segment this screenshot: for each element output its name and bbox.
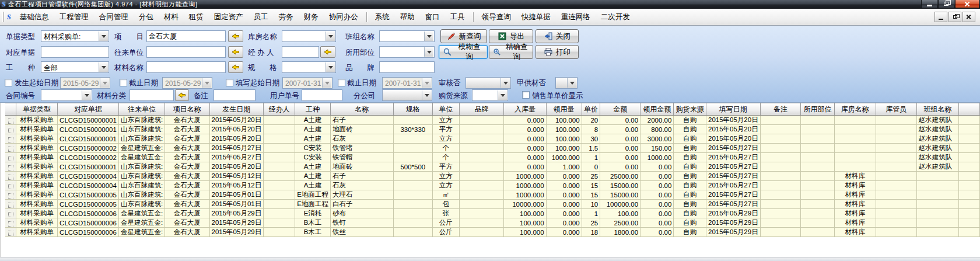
export-button[interactable]: 导出	[489, 29, 533, 43]
table-cell[interactable]: CLCGD150000005	[58, 200, 119, 209]
table-cell[interactable]: 25	[582, 172, 600, 181]
project-picker-button[interactable]	[228, 30, 243, 42]
table-cell[interactable]: 自购	[674, 200, 706, 209]
table-cell[interactable]: 18	[582, 228, 600, 237]
table-cell[interactable]: CLCGD150000004	[58, 181, 119, 190]
table-cell[interactable]: 材料采购单	[16, 162, 58, 172]
doc-type-select[interactable]: 材料采购单:	[41, 30, 109, 42]
table-cell[interactable]: 0.000	[546, 218, 582, 228]
table-cell[interactable]: 自购	[674, 125, 706, 134]
table-cell[interactable]: 2015年05月01日	[209, 190, 264, 200]
table-cell[interactable]: 0.00	[600, 116, 640, 125]
table-cell[interactable]	[916, 218, 959, 228]
table-cell[interactable]	[459, 190, 504, 200]
table-cell[interactable]: E消耗	[295, 209, 331, 218]
table-cell[interactable]: 公斤	[433, 218, 460, 228]
table-row[interactable]: 材料采购单CLCGD150000006金星建筑五金:金石大厦2015年05月29…	[5, 228, 980, 237]
chevron-down-icon[interactable]	[202, 78, 211, 88]
table-cell[interactable]: 0.00	[640, 172, 674, 181]
column-header[interactable]: 单据类型	[16, 103, 58, 116]
occur-end-date[interactable]: 2015-05-29	[162, 77, 212, 89]
table-cell[interactable]: 0.000	[546, 209, 582, 218]
table-cell[interactable]: 赵水建筑队	[916, 116, 959, 125]
table-cell[interactable]	[264, 162, 295, 172]
close-form-button[interactable]: 关闭	[536, 29, 579, 43]
table-row[interactable]: 材料采购单CLCGD150000005山东百脉建筑:金石大厦2015年05月01…	[5, 200, 980, 209]
table-cell[interactable]: 材料库	[834, 228, 876, 237]
table-cell[interactable]	[760, 218, 801, 228]
remark-input[interactable]	[214, 89, 256, 101]
table-cell[interactable]: 材料采购单	[16, 218, 58, 228]
table-cell[interactable]	[459, 172, 504, 181]
table-cell[interactable]: 材料采购单	[16, 116, 58, 125]
table-cell[interactable]: 2015年05月29日	[706, 228, 761, 237]
table-cell[interactable]: 0.00	[640, 190, 674, 200]
table-cell[interactable]: 0.00	[640, 181, 674, 190]
table-cell[interactable]	[959, 162, 980, 172]
table-cell[interactable]: 立方	[433, 172, 460, 181]
handler-picker-button[interactable]	[320, 46, 335, 58]
table-cell[interactable]: 2015年05月20日	[209, 116, 264, 125]
table-cell[interactable]: 赵水建筑队	[916, 144, 959, 153]
table-cell[interactable]: 金星建筑五金:	[118, 218, 164, 228]
table-cell[interactable]: 2000.00	[640, 116, 674, 125]
table-row[interactable]: 材料采购单CLCGD150000001山东百脉建筑:金石大厦2015年05月20…	[5, 116, 980, 125]
table-cell[interactable]: 大理石	[330, 190, 393, 200]
table-cell[interactable]: 自购	[674, 153, 706, 162]
table-cell[interactable]	[459, 153, 504, 162]
menu-item[interactable]: 重连网络	[556, 10, 596, 25]
table-cell[interactable]: 石灰	[330, 134, 393, 144]
column-header[interactable]: 金额	[600, 103, 640, 116]
table-cell[interactable]: 山东百脉建筑:	[118, 125, 164, 134]
table-cell[interactable]	[834, 134, 876, 144]
table-cell[interactable]: 材料库	[834, 200, 876, 209]
table-cell[interactable]: 砂布	[330, 209, 393, 218]
table-cell[interactable]: 金石大厦	[165, 134, 209, 144]
table-cell[interactable]	[959, 181, 980, 190]
table-cell[interactable]	[760, 172, 801, 181]
table-cell[interactable]: 0.00	[600, 144, 640, 153]
table-cell[interactable]: 公斤	[433, 228, 460, 237]
handler-input[interactable]	[282, 46, 319, 58]
table-cell[interactable]: 地面砖	[330, 162, 393, 172]
table-cell[interactable]: E地面工程	[295, 190, 331, 200]
menu-item[interactable]: 财务	[299, 10, 324, 25]
table-cell[interactable]	[459, 200, 504, 209]
table-cell[interactable]: 铁钉	[330, 218, 393, 228]
close-button[interactable]	[955, 0, 979, 8]
table-cell[interactable]: A土建	[295, 125, 331, 134]
table-row[interactable]: 材料采购单CLCGD150000004山东百脉建筑:金石大厦2015年05月12…	[5, 181, 980, 190]
table-cell[interactable]: 自购	[674, 116, 706, 125]
table-cell[interactable]: 铁管帽	[330, 153, 393, 162]
table-cell[interactable]: 2015年05月27日	[209, 153, 264, 162]
table-cell[interactable]	[459, 144, 504, 153]
table-cell[interactable]: 150.00	[640, 144, 674, 153]
table-cell[interactable]: 3000.00	[640, 134, 674, 144]
table-cell[interactable]: CLCGD150000006	[58, 209, 119, 218]
table-cell[interactable]: 山东百脉建筑:	[118, 162, 164, 172]
table-cell[interactable]	[959, 116, 980, 125]
table-cell[interactable]	[760, 125, 801, 134]
table-cell[interactable]	[393, 228, 432, 237]
menu-item[interactable]: 租赁	[184, 10, 209, 25]
table-cell[interactable]: 1	[582, 209, 600, 218]
table-cell[interactable]: 金星建筑五金:	[118, 209, 164, 218]
table-cell[interactable]	[760, 116, 801, 125]
table-cell[interactable]	[459, 125, 504, 134]
table-cell[interactable]	[760, 228, 801, 237]
chevron-down-icon[interactable]	[100, 78, 109, 88]
table-cell[interactable]: 0.00	[600, 125, 640, 134]
row-selector[interactable]	[5, 200, 16, 209]
table-cell[interactable]: 0.00	[600, 134, 640, 144]
table-cell[interactable]: C安装	[295, 144, 331, 153]
table-cell[interactable]: CLCGD150000006	[58, 218, 119, 228]
exact-query-button[interactable]: 精确查询	[489, 45, 533, 59]
table-cell[interactable]: 100.000	[504, 209, 546, 218]
table-cell[interactable]	[264, 181, 295, 190]
restore-button[interactable]	[938, 0, 954, 8]
table-cell[interactable]: 1800.00	[600, 228, 640, 237]
table-cell[interactable]: 金石大厦	[165, 116, 209, 125]
table-cell[interactable]: 100.00	[600, 209, 640, 218]
table-cell[interactable]	[264, 116, 295, 125]
table-cell[interactable]: 10000.000	[504, 200, 546, 209]
